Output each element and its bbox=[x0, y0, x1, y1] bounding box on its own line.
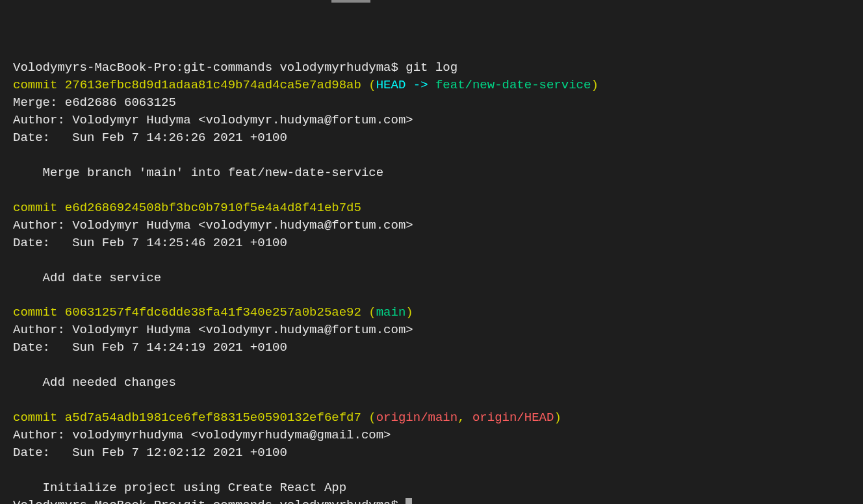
commit-line: commit a5d7a54adb1981ce6fef88315e0590132… bbox=[13, 410, 561, 425]
commit-hash: a5d7a54adb1981ce6fef88315e0590132ef6efd7 bbox=[65, 410, 361, 425]
refs-open: ( bbox=[361, 78, 376, 92]
commit-message: Add needed changes bbox=[13, 375, 176, 390]
head-ref: HEAD -> bbox=[376, 78, 435, 92]
branch-ref: main bbox=[376, 305, 406, 320]
date-line: Date: Sun Feb 7 12:02:12 2021 +0100 bbox=[13, 446, 287, 460]
merge-line: Merge: e6d2686 6063125 bbox=[13, 95, 176, 110]
date-line: Date: Sun Feb 7 14:25:46 2021 +0100 bbox=[13, 236, 287, 250]
cursor bbox=[406, 498, 412, 504]
command-text: git log bbox=[406, 60, 457, 75]
remote-ref: origin/main bbox=[376, 410, 457, 425]
refs-close: ) bbox=[554, 410, 561, 425]
date-line: Date: Sun Feb 7 14:24:19 2021 +0100 bbox=[13, 340, 287, 355]
refs-sep: , bbox=[457, 410, 472, 425]
date-line: Date: Sun Feb 7 14:26:26 2021 +0100 bbox=[13, 131, 287, 145]
refs-close: ) bbox=[591, 78, 598, 92]
remote-ref: origin/HEAD bbox=[472, 410, 554, 425]
author-line: Author: Volodymyr Hudyma <volodymyr.hudy… bbox=[13, 323, 413, 337]
commit-hash: 27613efbc8d9d1adaa81c49b74ad4ca5e7ad98ab bbox=[65, 78, 361, 92]
terminal-output[interactable]: Volodymyrs-MacBook-Pro:git-commands volo… bbox=[13, 59, 863, 504]
refs-open: ( bbox=[361, 410, 376, 425]
commit-line: commit e6d2686924508bf3bc0b7910f5e4a4d8f… bbox=[13, 201, 361, 215]
author-line: Author: Volodymyr Hudyma <volodymyr.hudy… bbox=[13, 113, 413, 127]
commit-hash: e6d2686924508bf3bc0b7910f5e4a4d8f41eb7d5 bbox=[65, 201, 361, 215]
commit-line: commit 27613efbc8d9d1adaa81c49b74ad4ca5e… bbox=[13, 78, 599, 92]
shell-prompt: Volodymyrs-MacBook-Pro:git-commands volo… bbox=[13, 498, 406, 504]
commit-message: Initialize project using Create React Ap… bbox=[13, 481, 346, 495]
commit-message: Merge branch 'main' into feat/new-date-s… bbox=[13, 166, 383, 180]
author-line: Author: Volodymyr Hudyma <volodymyr.hudy… bbox=[13, 218, 413, 233]
author-line: Author: volodymyrhudyma <volodymyrhudyma… bbox=[13, 428, 391, 442]
commit-hash: 60631257f4fdc6dde38fa41f340e257a0b25ae92 bbox=[65, 305, 361, 320]
refs-close: ) bbox=[406, 305, 413, 320]
shell-prompt: Volodymyrs-MacBook-Pro:git-commands volo… bbox=[13, 60, 406, 75]
commit-line: commit 60631257f4fdc6dde38fa41f340e257a0… bbox=[13, 305, 413, 320]
tab-indicator bbox=[331, 0, 370, 3]
commit-message: Add date service bbox=[13, 271, 161, 285]
branch-ref: feat/new-date-service bbox=[435, 78, 591, 92]
refs-open: ( bbox=[361, 305, 376, 320]
